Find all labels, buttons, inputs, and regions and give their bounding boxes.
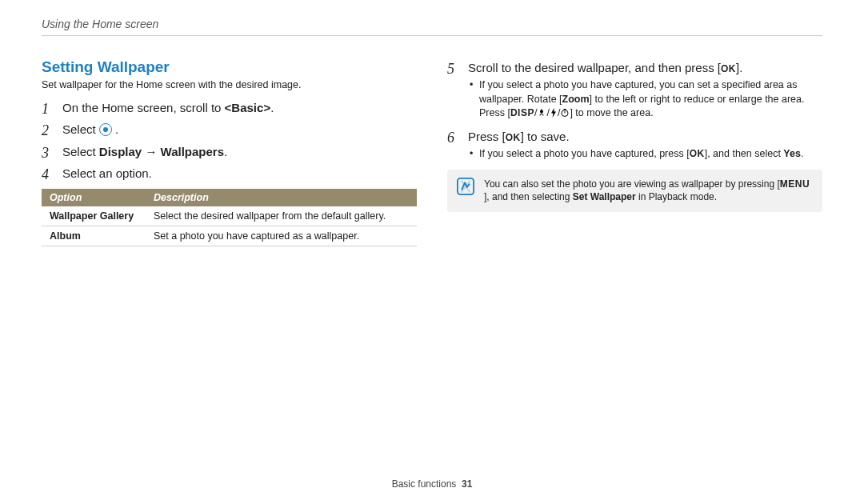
s6-sub-b: ], and then select <box>705 148 784 159</box>
left-column: Setting Wallpaper Set wallpaper for the … <box>42 58 417 246</box>
step-2: Select . <box>42 120 417 138</box>
step-3: Select Display → Wallpapers. <box>42 142 417 161</box>
step-5-sublist: If you select a photo you have captured,… <box>468 78 822 121</box>
options-table: Option Description Wallpaper Gallery Sel… <box>42 189 417 246</box>
note-text: You can also set the photo you are viewi… <box>484 178 813 205</box>
timer-icon <box>560 108 570 118</box>
note-b: ], and then selecting <box>484 191 573 202</box>
step-6: Press [OK] to save. If you select a phot… <box>447 127 822 162</box>
note-icon <box>457 178 474 195</box>
step-2-pre: Select <box>62 122 99 136</box>
step-1-pre: On the Home screen, scroll to <box>62 101 225 114</box>
section-title: Setting Wallpaper <box>42 58 417 76</box>
table-row: Album Set a photo you have captured as a… <box>42 226 417 246</box>
note-a: You can also set the photo you are viewi… <box>484 178 780 190</box>
breadcrumb: Using the Home screen <box>42 18 822 30</box>
step-5-sub: If you select a photo you have captured,… <box>468 78 822 121</box>
section-intro: Set wallpaper for the Home screen with t… <box>42 79 417 90</box>
step-1-post: . <box>270 101 274 114</box>
step-5-post: ]. <box>736 61 742 74</box>
step-3-post: . <box>224 145 227 158</box>
options-header-description: Description <box>146 189 417 206</box>
table-row: Wallpaper Gallery Select the desired wal… <box>42 206 417 226</box>
content-columns: Setting Wallpaper Set wallpaper for the … <box>42 58 822 246</box>
target-icon <box>99 123 112 136</box>
ok-key-icon: OK <box>721 62 736 77</box>
note-box: You can also set the photo you are viewi… <box>447 170 822 213</box>
s5-sub-c: ] to move the area. <box>570 107 653 118</box>
steps-right: Scroll to the desired wallpaper, and the… <box>447 58 822 162</box>
option-desc: Set a photo you have captured as a wallp… <box>146 226 417 246</box>
yes-label: Yes <box>783 148 801 159</box>
step-3-arrow: → <box>142 145 160 158</box>
step-1: On the Home screen, scroll to <Basic>. <box>42 98 417 117</box>
ok-key-icon: OK <box>506 130 521 146</box>
flash-icon <box>550 108 558 118</box>
ok-key-icon: OK <box>690 147 705 161</box>
footer-section: Basic functions <box>392 478 457 490</box>
step-6-post: ] to save. <box>521 130 570 143</box>
macro-icon <box>537 108 546 118</box>
disp-key-icon: DISP <box>510 106 534 120</box>
step-3-b1: Display <box>99 145 142 158</box>
right-column: Scroll to the desired wallpaper, and the… <box>447 58 822 246</box>
step-2-post: . <box>115 122 118 136</box>
step-5: Scroll to the desired wallpaper, and the… <box>447 58 822 121</box>
option-name: Wallpaper Gallery <box>42 206 146 226</box>
step-6-sublist: If you select a photo you have captured,… <box>468 147 822 162</box>
step-5-pre: Scroll to the desired wallpaper, and the… <box>468 61 721 74</box>
set-wallpaper-label: Set Wallpaper <box>573 191 636 202</box>
s6-sub-c: . <box>801 148 803 159</box>
steps-left: On the Home screen, scroll to <Basic>. S… <box>42 98 417 182</box>
option-desc: Select the desired wallpaper from the de… <box>146 206 417 226</box>
options-header-option: Option <box>42 189 146 206</box>
step-6-sub: If you select a photo you have captured,… <box>468 147 822 162</box>
footer: Basic functions 31 <box>0 478 864 490</box>
step-3-b2: Wallpapers <box>161 145 224 158</box>
zoom-label: Zoom <box>562 94 590 105</box>
divider <box>42 35 822 36</box>
note-c: in Playback mode. <box>636 191 717 202</box>
step-6-pre: Press [ <box>468 130 506 143</box>
option-name: Album <box>42 226 146 246</box>
page-number: 31 <box>462 478 472 490</box>
step-4: Select an option. <box>42 164 417 182</box>
s6-sub-a: If you select a photo you have captured,… <box>479 148 690 159</box>
step-3-pre: Select <box>62 145 99 158</box>
menu-key-icon: MENU <box>780 178 810 191</box>
step-1-bold: <Basic> <box>225 101 271 114</box>
